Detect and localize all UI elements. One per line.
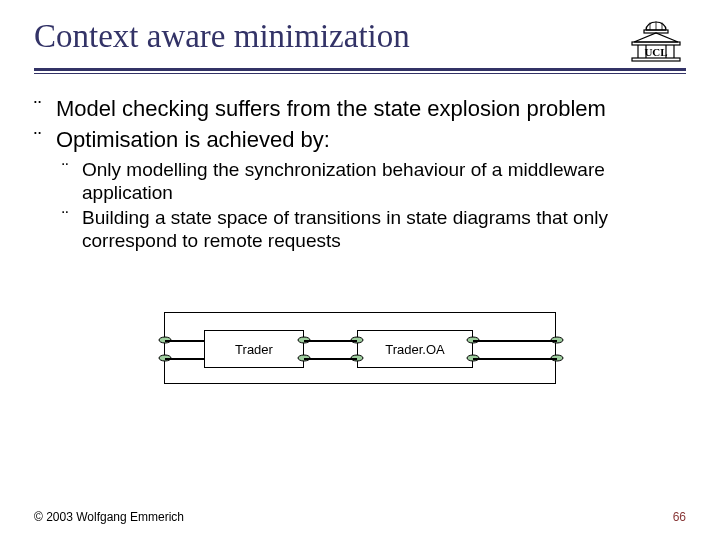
title-row: Context aware minimization UCL [34, 18, 686, 62]
page-number: 66 [673, 510, 686, 524]
svg-rect-6 [632, 42, 680, 45]
component-trader-oa: Trader.OA [357, 330, 473, 368]
connector [473, 340, 557, 341]
divider-thin [34, 73, 686, 74]
svg-text:UCL: UCL [644, 46, 667, 58]
copyright: © 2003 Wolfgang Emmerich [34, 510, 184, 524]
connector [473, 358, 557, 359]
subbullet-2: ¨ Building a state space of transitions … [62, 206, 686, 252]
bullet-2-text: Optimisation is achieved by: [56, 127, 330, 154]
svg-marker-5 [634, 33, 678, 42]
slide-title: Context aware minimization [34, 18, 410, 55]
ucl-logo: UCL [626, 14, 686, 62]
subbullet-1-text: Only modelling the synchronization behav… [82, 158, 686, 204]
bullet-1-text: Model checking suffers from the state ex… [56, 96, 606, 123]
component-diagram: Trader Trader.OA [164, 312, 556, 384]
footer: © 2003 Wolfgang Emmerich 66 [34, 510, 686, 524]
connector [304, 340, 357, 341]
bullet-marker: ¨ [62, 158, 82, 204]
bullet-marker: ¨ [34, 127, 56, 154]
component-trader: Trader [204, 330, 304, 368]
connector [165, 358, 204, 359]
connector [165, 340, 204, 341]
bullet-2: ¨ Optimisation is achieved by: [34, 127, 686, 154]
bullet-1: ¨ Model checking suffers from the state … [34, 96, 686, 123]
subbullet-1: ¨ Only modelling the synchronization beh… [62, 158, 686, 204]
subbullet-2-text: Building a state space of transitions in… [82, 206, 686, 252]
connector [304, 358, 357, 359]
slide-body: ¨ Model checking suffers from the state … [34, 96, 686, 252]
bullet-marker: ¨ [34, 96, 56, 123]
bullet-marker: ¨ [62, 206, 82, 252]
svg-rect-11 [632, 58, 680, 61]
slide: Context aware minimization UCL ¨ Mo [0, 0, 720, 540]
divider-thick [34, 68, 686, 71]
